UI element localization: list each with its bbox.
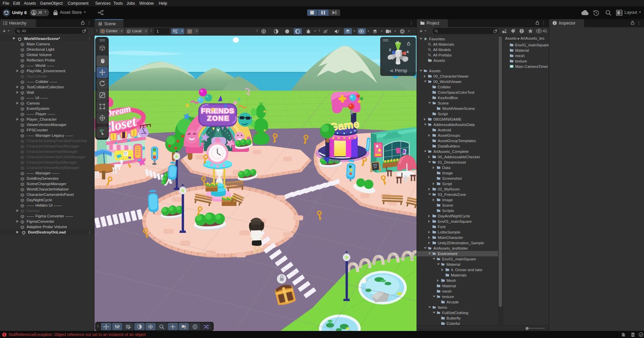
svg-text:ZONE: ZONE	[207, 114, 229, 122]
svg-text:FRIENDS: FRIENDS	[201, 107, 234, 115]
